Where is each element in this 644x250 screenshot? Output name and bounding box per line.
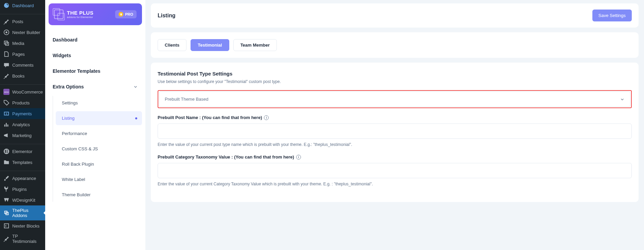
panel-sub-settings[interactable]: Settings [56, 96, 142, 110]
active-arrow-icon [43, 211, 45, 215]
pro-badge: ♛ PRO [115, 10, 137, 18]
svg-rect-12 [5, 225, 6, 227]
post-name-input[interactable] [158, 123, 632, 139]
post-name-label: Prebuilt Post Name : (You can find that … [158, 115, 632, 120]
svg-rect-11 [4, 224, 9, 228]
panel-sub-custom-css-js[interactable]: Custom CSS & JS [56, 142, 142, 156]
wp-menu-tp-testimonials[interactable]: TP Testimonials [0, 231, 45, 246]
wp-menu-label: Payments [12, 111, 32, 116]
wp-menu-label: WooCommerce [12, 89, 43, 95]
wp-menu-label: Pages [12, 52, 25, 57]
pin-icon [3, 236, 10, 242]
brush-icon [3, 175, 10, 181]
brand-logo-icon [54, 10, 64, 19]
wp-menu-products[interactable]: Products [0, 97, 45, 108]
wp-menu-appearance[interactable]: Appearance [0, 173, 45, 184]
svg-rect-5 [5, 150, 6, 153]
info-icon[interactable]: i [264, 115, 269, 120]
chevron-down-icon [620, 97, 625, 102]
wp-menu-wdesignkit[interactable]: WDesignKit [0, 195, 45, 205]
wp-menu-label: Books [12, 73, 24, 79]
tab-testimonial[interactable]: Testimonial [191, 39, 229, 51]
panel-sub-listing[interactable]: Listing [56, 111, 142, 125]
wp-menu-label: Templates [12, 160, 32, 165]
page-header: Listing Save Settings [151, 3, 639, 28]
label-text: Prebuilt Post Name : (You can find that … [158, 115, 262, 120]
svg-rect-7 [6, 151, 8, 152]
wp-menu-elementor[interactable]: Elementor [0, 146, 45, 157]
taxonomy-help: Enter the value of your current Category… [158, 182, 632, 186]
panel-nav-dashboard[interactable]: Dashboard [45, 32, 145, 48]
label-text: Prebuilt Category Taxonomy Value : (You … [158, 154, 294, 160]
wp-menu-label: Marketing [12, 133, 32, 138]
taxonomy-input[interactable] [158, 163, 632, 178]
panel-sub-white-label[interactable]: White Label [56, 172, 142, 186]
wp-menu-plugins[interactable]: Plugins [0, 184, 45, 195]
wp-menu-label: Dashboard [12, 3, 34, 8]
panel-sub-performance[interactable]: Performance [56, 127, 142, 140]
wp-menu-label: WDesignKit [12, 198, 35, 203]
wp-menu-label: ThePlus Addons [12, 208, 42, 218]
wp-menu-pages[interactable]: Pages [0, 49, 45, 60]
gauge-icon [3, 2, 10, 9]
wp-menu-posts[interactable]: Posts [0, 16, 45, 27]
brand-logo: THE PLUS addons for Elementor [54, 10, 93, 19]
panel-nav-label: Extra Options [53, 84, 84, 89]
folder-icon [3, 159, 10, 165]
elementor-icon [3, 148, 10, 154]
pages-icon [3, 51, 10, 57]
plug-icon [3, 186, 10, 192]
wp-menu-books[interactable]: Books [0, 70, 45, 81]
wp-menu-payments[interactable]: $ Payments [0, 108, 45, 119]
svg-text:$: $ [6, 112, 7, 115]
wp-menu-label: Appearance [12, 176, 36, 181]
panel-nav-widgets[interactable]: Widgets [45, 48, 145, 63]
form-section-title: Testimonial Post Type Settings [158, 71, 632, 77]
taxonomy-label: Prebuilt Category Taxonomy Value : (You … [158, 154, 632, 160]
blocks-icon [3, 223, 10, 229]
page-title: Listing [158, 13, 175, 19]
wp-menu-theplus-addons[interactable]: ThePlus Addons [0, 205, 45, 220]
save-settings-button[interactable]: Save Settings [592, 10, 632, 21]
circle-icon [3, 29, 10, 35]
wp-menu-woocommerce[interactable]: woo WooCommerce [0, 86, 45, 97]
plugin-settings-sidebar: THE PLUS addons for Elementor ♛ PRO Dash… [45, 0, 145, 250]
panel-nav-elementor-templates[interactable]: Elementor Templates [45, 63, 145, 79]
form-card: Testimonial Post Type Settings Use below… [151, 63, 639, 202]
wp-menu-separator [0, 13, 45, 14]
main-content: Listing Save Settings Clients Testimonia… [145, 0, 644, 250]
form-section-desc: Use below settings to configure your "Te… [158, 79, 632, 84]
tabs-container: Clients Testimonial Team Member [151, 32, 639, 58]
wp-menu-separator [0, 83, 45, 85]
select-value: Prebuilt Theme Based [165, 97, 208, 102]
wp-menu-templates[interactable]: Templates [0, 157, 45, 168]
tag-icon [3, 100, 10, 106]
panel-sub-theme-builder[interactable]: Theme Builder [56, 188, 142, 202]
info-icon[interactable]: i [296, 155, 301, 160]
wp-menu-label: TP Testimonials [12, 234, 42, 244]
wp-menu-nexter-blocks[interactable]: Nexter Blocks [0, 220, 45, 231]
wp-menu-label: Media [12, 41, 24, 46]
panel-nav-extra-options[interactable]: Extra Options [45, 79, 145, 95]
wp-menu-media[interactable]: Media [0, 38, 45, 49]
media-icon [3, 40, 10, 46]
tab-clients[interactable]: Clients [158, 39, 186, 51]
chart-icon [3, 121, 10, 128]
wp-menu-label: Comments [12, 63, 34, 68]
brand-subtitle: addons for Elementor [67, 16, 93, 19]
wp-menu-nexter-builder[interactable]: Nexter Builder [0, 27, 45, 38]
tab-team-member[interactable]: Team Member [233, 39, 277, 51]
wp-menu-label: Nexter Blocks [12, 223, 39, 229]
svg-rect-8 [6, 152, 8, 153]
dollar-icon: $ [3, 111, 10, 117]
wp-menu-marketing[interactable]: Marketing [0, 130, 45, 141]
panel-sub-rollback[interactable]: Roll Back Plugin [56, 157, 142, 171]
wp-menu-analytics[interactable]: Analytics [0, 119, 45, 130]
post-name-help: Enter the value of your current post typ… [158, 142, 632, 147]
crown-icon: ♛ [119, 12, 123, 17]
post-type-select[interactable]: Prebuilt Theme Based [159, 91, 630, 107]
woo-icon: woo [3, 89, 10, 95]
wp-menu-dashboard[interactable]: Dashboard [0, 0, 45, 11]
wp-menu-comments[interactable]: Comments [0, 60, 45, 70]
pro-label: PRO [125, 12, 133, 16]
